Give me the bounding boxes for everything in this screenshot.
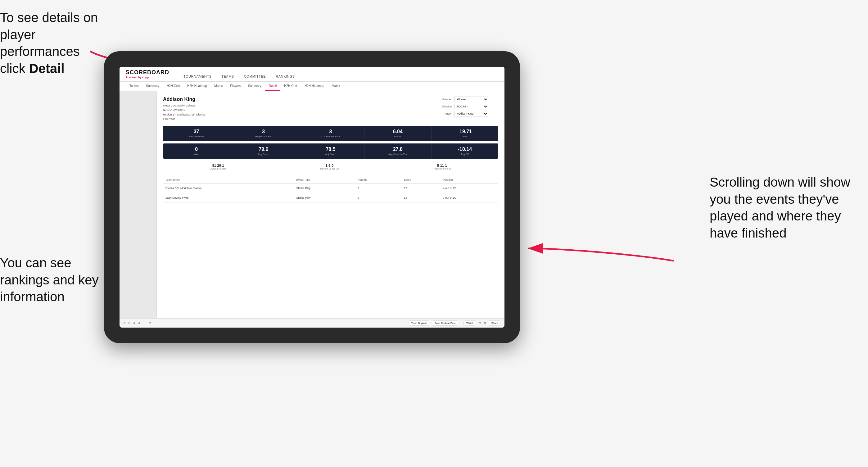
logo-brand: clippd [142, 76, 151, 79]
nav-rankings[interactable]: RANKINGS [271, 72, 300, 81]
stat-label: Adj Score [300, 153, 361, 156]
stat-value: -19.71 [434, 129, 496, 134]
filter-division-row: Division NJCAA I [436, 104, 498, 109]
filter-gender-row: Gender Women [436, 97, 498, 102]
stat-cell: 79.6Avg Score [230, 144, 297, 159]
sub-nav-matrix2[interactable]: Matrix [328, 82, 344, 91]
col-rounds: Rounds [355, 176, 402, 184]
sub-nav-h2h-heatmap1[interactable]: H2H Heatmap [183, 82, 211, 91]
division-label: Division [436, 105, 452, 108]
stat-cell: 37National Rank [163, 126, 230, 141]
stat-label: Avg Score to Par [367, 153, 429, 156]
annotation-right: Scrolling down will show you the events … [710, 174, 859, 242]
tablet-screen: SCOREBOARD Powered by clippd TOURNAMENTS… [120, 67, 504, 328]
tournament-table: Tournament Event Type Rounds Score Posit… [163, 176, 498, 203]
stat-value: 37 [165, 129, 227, 134]
stats-grid-row1: 37National Rank3Regional Rank3Conference… [163, 126, 498, 141]
player-school: Mesa Community College [163, 104, 195, 107]
stat-value: 0 [165, 147, 227, 152]
stat-cell: -19.71SoS [432, 126, 498, 141]
sub-nav-h2h-grid2[interactable]: H2H Grid [280, 82, 301, 91]
sub-nav-players[interactable]: Players [227, 82, 244, 91]
logo-area: SCOREBOARD Powered by clippd [126, 69, 169, 81]
sub-nav-summary1[interactable]: Summary [142, 82, 163, 91]
stat-value: 3 [232, 129, 294, 134]
toolbar-icon2[interactable]: ⊗ [138, 322, 141, 325]
undo-icon[interactable]: ↺ [123, 322, 126, 325]
records-row: 91-20-1Overall Record1-5-0Record vs top … [163, 161, 498, 173]
table-row: Estella CC- Mountain Classic Stroke Play… [163, 183, 498, 193]
top-nav: SCOREBOARD Powered by clippd TOURNAMENTS… [120, 67, 504, 82]
sub-nav-summary2[interactable]: Summary [244, 82, 265, 91]
gender-select[interactable]: Women [454, 97, 488, 102]
stats-grid-row2: 0Wins79.6Avg Score78.5Adj Score27.8Avg S… [163, 144, 498, 159]
cell-tournament: Estella CC- Mountain Classic [163, 183, 294, 193]
stat-label: Points [367, 135, 429, 138]
stat-label: SoS [434, 135, 496, 138]
sub-nav-detail[interactable]: Detail [265, 82, 281, 91]
nav-committee[interactable]: COMMITTEE [239, 72, 271, 81]
stat-value: 27.8 [367, 147, 429, 152]
division-select[interactable]: NJCAA I [454, 104, 488, 109]
gender-label: Gender [436, 98, 452, 101]
sub-nav-teams[interactable]: Teams [126, 82, 142, 91]
cell-position: 7 out of 20 [440, 193, 498, 203]
stat-label: Avg SG [434, 153, 496, 156]
stat-cell: 78.5Adj Score [297, 144, 364, 159]
redo-icon[interactable]: ↻ [128, 322, 131, 325]
stat-value: 79.6 [232, 147, 294, 152]
stat-cell: 3Conference Rank [297, 126, 364, 141]
player-header: Addison King Mesa Community College NJCA… [163, 97, 498, 121]
toolbar-separator [461, 321, 461, 326]
cell-score: 17 [401, 183, 440, 193]
record-value: 5-11-1 [433, 164, 452, 167]
record-value: 1-5-0 [320, 164, 339, 167]
record-label: Overall Record [210, 167, 226, 170]
table-header-row: Tournament Event Type Rounds Score Posit… [163, 176, 498, 184]
stat-cell: -10.14Avg SG [432, 144, 498, 159]
left-panel [120, 91, 157, 318]
col-position: Position [440, 176, 498, 184]
share-button[interactable]: Share [489, 320, 501, 326]
toolbar-icon3[interactable]: ⋯ [143, 322, 146, 325]
col-event-type: Event Type [294, 176, 355, 184]
stat-label: Regional Rank [232, 135, 294, 138]
sub-nav-h2h-heatmap2[interactable]: H2H Heatmap [301, 82, 328, 91]
table-row: Lady Coyote Invite Stroke Play 2 16 7 ou… [163, 193, 498, 203]
cell-position: 4 out of 20 [440, 183, 498, 193]
view-original-button[interactable]: View: Original [408, 320, 429, 326]
nav-tournaments[interactable]: TOURNAMENTS [179, 72, 216, 81]
stat-value: 3 [300, 129, 361, 134]
cell-rounds: 2 [355, 193, 402, 203]
annotation-bottom-left: You can see rankings and key information [0, 255, 102, 306]
stat-label: Conference Rank [300, 135, 361, 138]
player-label: Player [436, 112, 452, 115]
player-year: First Year [163, 117, 175, 121]
detail-panel[interactable]: Addison King Mesa Community College NJCA… [157, 91, 504, 318]
sub-nav-h2h-grid1[interactable]: H2H Grid [163, 82, 183, 91]
cell-tournament: Lady Coyote Invite [163, 193, 294, 203]
player-name: Addison King [163, 97, 205, 102]
sub-nav-matrix1[interactable]: Matrix [211, 82, 226, 91]
col-tournament: Tournament [163, 176, 294, 184]
watch-button[interactable]: Watch [464, 320, 476, 326]
nav-teams[interactable]: TEAMS [216, 72, 239, 81]
player-filters: Gender Women Division NJCAA I [436, 97, 498, 121]
save-custom-button[interactable]: Save Custom View [432, 320, 458, 326]
stat-cell: 3Regional Rank [230, 126, 297, 141]
main-nav: TOURNAMENTS TEAMS COMMITTEE RANKINGS [179, 72, 300, 81]
toolbar-icon6[interactable]: ⊞ [484, 322, 486, 325]
toolbar-icon1[interactable]: ⊕ [133, 322, 136, 325]
cell-event-type: Stroke Play [294, 193, 355, 203]
stat-cell: 0Wins [163, 144, 230, 159]
toolbar-icon4[interactable]: ⏱ [148, 322, 151, 325]
stat-cell: 27.8Avg Score to Par [365, 144, 432, 159]
sub-nav: Teams Summary H2H Grid H2H Heatmap Matri… [120, 82, 504, 91]
stat-label: National Rank [165, 135, 227, 138]
main-content: Addison King Mesa Community College NJCA… [120, 91, 504, 318]
toolbar-icon5[interactable]: ⊡ [479, 322, 481, 325]
record-label: Record vs top 25 [320, 167, 339, 170]
player-select[interactable]: Addison King [454, 111, 488, 117]
stat-label: Wins [165, 153, 227, 156]
record-item: 91-20-1Overall Record [210, 164, 226, 170]
